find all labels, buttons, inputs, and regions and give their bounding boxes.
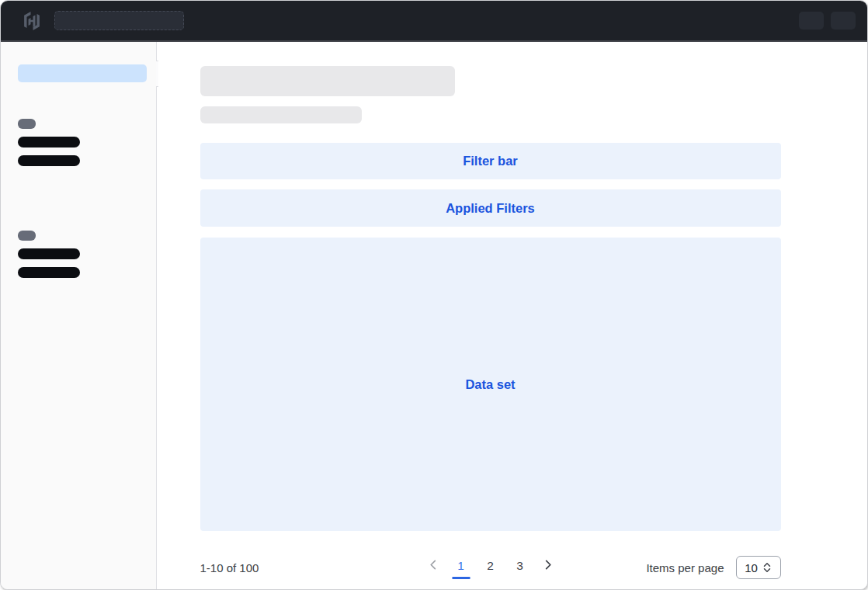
filter-bar-region[interactable]: Filter bar <box>200 143 781 179</box>
nav-search-skeleton <box>54 11 184 30</box>
page-button-1[interactable]: 1 <box>452 554 470 579</box>
items-per-page-control: Items per page 10 <box>646 556 780 579</box>
page-button-2[interactable]: 2 <box>481 554 499 579</box>
sidenav-item-skeleton-3 <box>18 248 80 259</box>
data-set-region[interactable]: Data set <box>200 238 781 531</box>
nav-action-skeleton-2 <box>831 12 856 30</box>
chevron-left-icon[interactable] <box>425 554 440 575</box>
sidenav-section-label-skeleton-2 <box>18 231 36 241</box>
data-set-label: Data set <box>465 377 515 392</box>
filter-bar-label: Filter bar <box>463 154 518 168</box>
sidenav-item-skeleton-4 <box>18 267 80 278</box>
hashicorp-logo-icon <box>23 12 41 30</box>
sidenav-section-label-skeleton-1 <box>18 119 36 129</box>
pagination-bar: 1-10 of 100 1 2 3 Items per page 10 <box>200 554 781 581</box>
pager: 1 2 3 <box>425 554 555 581</box>
side-nav <box>1 42 157 589</box>
items-per-page-select[interactable]: 10 <box>736 556 781 579</box>
app-window: Filter bar Applied Filters Data set 1-10… <box>0 0 868 590</box>
page-subtitle-skeleton <box>200 106 362 123</box>
items-per-page-label: Items per page <box>646 561 724 574</box>
applied-filters-label: Applied Filters <box>446 201 535 216</box>
main-content: Filter bar Applied Filters Data set 1-10… <box>158 42 868 589</box>
pagination-range-text: 1-10 of 100 <box>200 561 259 574</box>
items-per-page-value: 10 <box>745 561 758 574</box>
applied-filters-region[interactable]: Applied Filters <box>200 189 781 227</box>
top-nav-bar <box>1 1 867 42</box>
chevron-right-icon[interactable] <box>540 554 555 575</box>
nav-action-skeleton-1 <box>799 12 824 30</box>
page-button-3[interactable]: 3 <box>511 554 529 579</box>
page-title-skeleton <box>200 66 455 96</box>
sidenav-active-item-skeleton <box>18 64 147 82</box>
sidenav-item-skeleton-1 <box>18 137 80 148</box>
select-caret-icon <box>762 562 772 573</box>
top-nav-actions <box>799 12 856 30</box>
sidenav-item-skeleton-2 <box>18 155 80 166</box>
